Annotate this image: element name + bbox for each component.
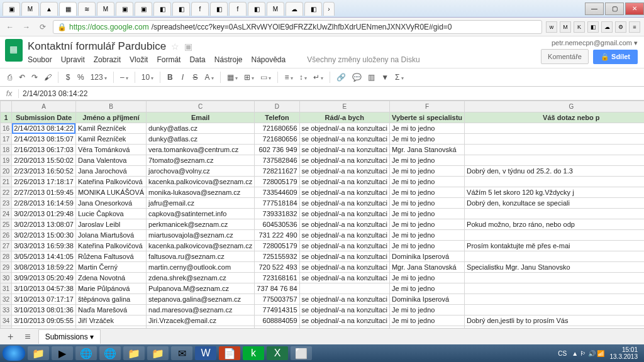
table-row[interactable]: 212/26/2013 17:18:17Kateřina Palkovičová…	[1, 177, 645, 187]
table-header[interactable]: Telefon	[255, 112, 299, 123]
cell[interactable]: Jana Onesorková	[75, 198, 146, 209]
cell[interactable]	[465, 273, 644, 283]
cell[interactable]: Marie Půlpánová	[75, 283, 146, 294]
row-header[interactable]: 34	[1, 315, 12, 326]
cell[interactable]: 3/10/2013 09:05:55	[12, 315, 76, 326]
taskbar-app[interactable]: 📁	[28, 346, 49, 360]
cell[interactable]: se objednal/-a na konzultaci	[299, 155, 389, 166]
cell[interactable]: Vážím 5 let skoro 120 kg.Vždycky j	[465, 187, 644, 198]
halign-button[interactable]: ≡	[282, 72, 295, 83]
browser-tab[interactable]: M	[97, 2, 114, 16]
share-button[interactable]: 🔒 Sdílet	[593, 50, 638, 64]
all-sheets-button[interactable]: ≡	[21, 331, 34, 343]
column-header[interactable]: E	[299, 101, 389, 112]
row-header[interactable]: 28	[1, 251, 12, 262]
table-row[interactable]: 303/09/2013 05:20:49Zdena Novotnázdena.s…	[1, 273, 645, 283]
table-header[interactable]: Rád/-a bych	[299, 112, 389, 123]
cell[interactable]: Jolana Miartušová	[75, 230, 146, 241]
table-row[interactable]: 283/05/2013 14:41:05Růžena Faltusováfalt…	[1, 251, 645, 262]
column-header[interactable]: B	[75, 101, 146, 112]
column-header[interactable]: F	[389, 101, 464, 112]
text-color-button[interactable]: A	[202, 72, 216, 83]
row-header[interactable]: 33	[1, 305, 12, 315]
column-header[interactable]: G	[465, 101, 644, 112]
print-button[interactable]: ⎙	[4, 72, 15, 83]
cell[interactable]: štěpánova galina	[75, 294, 146, 305]
cell[interactable]: kacenka.palkovicova@seznam.cz	[147, 177, 255, 187]
row-header[interactable]: 16	[1, 123, 12, 134]
paint-format-button[interactable]: 🖌	[42, 72, 54, 83]
cell[interactable]: Prosím kontaktujte mě přes e-mai	[465, 241, 644, 251]
cell[interactable]: 721680656	[255, 134, 299, 145]
font-size[interactable]: 10	[139, 72, 157, 83]
cell[interactable]: 3/05/2013 14:41:05	[12, 251, 76, 262]
cell[interactable]	[465, 251, 644, 262]
cell[interactable]: se objednal/-a na konzultaci	[299, 294, 389, 305]
browser-tab[interactable]: ◧	[172, 2, 190, 16]
browser-tab[interactable]: ◧	[210, 2, 228, 16]
cell[interactable]: 728211627	[255, 166, 299, 177]
browser-tab[interactable]: M	[21, 2, 39, 16]
cell[interactable]: Je mi to jedno	[389, 134, 464, 145]
row-header[interactable]: 30	[1, 273, 12, 283]
cell[interactable]: 721680656	[255, 123, 299, 134]
cell[interactable]: Je mi to jedno	[389, 315, 464, 326]
comments-button[interactable]: Komentáře	[541, 49, 589, 64]
table-row[interactable]: 273/03/2013 16:59:38Kateřina Palkovičová…	[1, 241, 645, 251]
cell[interactable]: se objednal/-a na konzultaci	[299, 166, 389, 177]
cell[interactable]: stepanova.galina@seznam.cz	[147, 294, 255, 305]
row-header[interactable]: 19	[1, 155, 12, 166]
cell[interactable]: martin.cerny@outlook.com	[147, 262, 255, 273]
cell[interactable]: 728005179	[255, 177, 299, 187]
table-row[interactable]: 172/14/2013 08:15:07Kamil Řezníčekdunky@…	[1, 134, 645, 145]
cell[interactable]: 2/27/2013 01:59:45	[12, 187, 76, 198]
browser-tab[interactable]: f	[229, 2, 247, 16]
cell[interactable]: 733544609	[255, 187, 299, 198]
browser-tab[interactable]: ◧	[304, 2, 322, 16]
browser-tab[interactable]: ▣	[3, 2, 20, 16]
italic-button[interactable]: I	[177, 72, 188, 83]
cell[interactable]: Růžena Faltusová	[75, 251, 146, 262]
browser-tab[interactable]: ◧	[153, 2, 171, 16]
table-row[interactable]: 313/10/2013 04:57:38Marie PůlpánováPulpa…	[1, 283, 645, 294]
extension-icon[interactable]: K	[574, 21, 585, 33]
table-row[interactable]: 222/27/2013 01:59:45MONIKA LUKÁŠOVÁmonik…	[1, 187, 645, 198]
border-button[interactable]: ⊞	[242, 72, 257, 83]
cell[interactable]: 2/23/2013 16:50:52	[12, 166, 76, 177]
cell[interactable]: se objednal/-a na konzultaci	[299, 123, 389, 134]
cell[interactable]: 3/02/2013 15:00:30	[12, 230, 76, 241]
cell[interactable]: se objednal/-a na konzultaci	[299, 241, 389, 251]
cell[interactable]: dunky@atlas.cz	[147, 134, 255, 145]
cell[interactable]: 3/03/2013 16:59:38	[12, 241, 76, 251]
row-header[interactable]: 29	[1, 262, 12, 273]
back-button[interactable]: ←	[4, 21, 16, 33]
cell[interactable]	[465, 134, 644, 145]
row-header[interactable]: 18	[1, 145, 12, 155]
cell[interactable]: Je mi to jedno	[389, 283, 464, 294]
menu-item[interactable]: Nástroje	[214, 55, 243, 64]
spreadsheet-grid[interactable]: ABCDEFG 1Submission DateJméno a příjmení…	[0, 101, 644, 333]
cell[interactable]: 2/14/2013 08:15:07	[12, 134, 76, 145]
taskbar-app[interactable]: ✉	[171, 346, 192, 360]
row-header[interactable]: 23	[1, 198, 12, 209]
cell[interactable]: se objednal/-a na konzultaci	[299, 305, 389, 315]
new-tab-button[interactable]: ›	[323, 2, 335, 16]
document-title[interactable]: Kontaktní formulář Pardubice	[28, 40, 166, 53]
extension-icon[interactable]: ◧	[587, 21, 599, 33]
cell[interactable]: 2/20/2013 15:50:02	[12, 155, 76, 166]
menu-item[interactable]: Data	[189, 55, 205, 64]
cell[interactable]: 2/14/2013 08:14:22	[12, 123, 76, 134]
taskbar-app[interactable]: X	[267, 346, 288, 360]
table-row[interactable]: 243/02/2013 01:29:48Lucie Čapkovacapkova…	[1, 209, 645, 219]
cell[interactable]	[465, 305, 644, 315]
cell[interactable]	[465, 230, 644, 241]
taskbar-app[interactable]: ▶	[52, 346, 73, 360]
cell[interactable]: 731 222 490	[255, 230, 299, 241]
browser-tab[interactable]: ≋	[78, 2, 96, 16]
cell[interactable]: 7tomato@seznam.cz	[147, 155, 255, 166]
currency-button[interactable]: $	[62, 72, 74, 83]
wrap-button[interactable]: ↵	[311, 72, 326, 83]
cell[interactable]: se objednal/-a na konzultaci	[299, 134, 389, 145]
extension-icon[interactable]: ⚙	[615, 21, 626, 33]
cell[interactable]: Naďa Marešová	[75, 305, 146, 315]
